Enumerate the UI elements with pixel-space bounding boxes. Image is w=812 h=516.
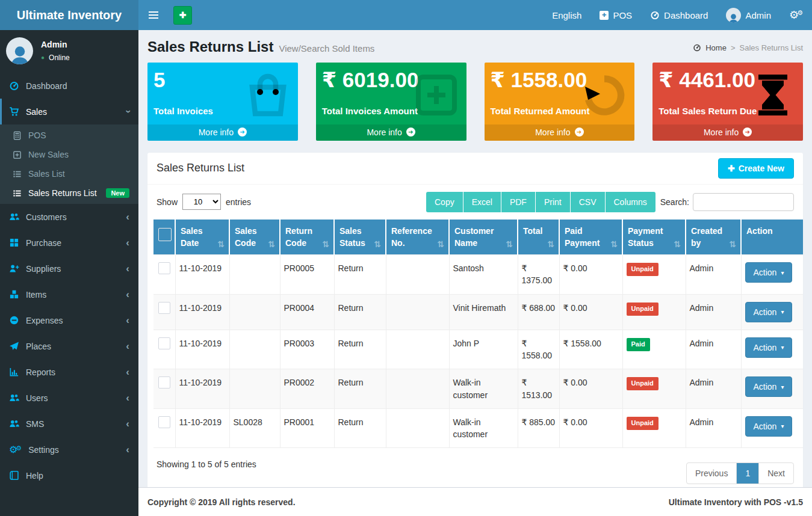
table-row: 11-10-2019 PR0005 Return Santosh ₹ 1375.… (153, 255, 803, 295)
list-icon (13, 170, 22, 179)
quick-add-button[interactable]: ✚ (173, 6, 192, 25)
sidebar-item-settings[interactable]: ⚙⚙ Settings ‹ (0, 437, 138, 462)
table-summary: Showing 1 to 5 of 5 entries (157, 458, 256, 469)
cell-sales-code (229, 255, 280, 295)
sidebar-item-expenses[interactable]: Expenses ‹ (0, 307, 138, 333)
chevron-left-icon: ‹ (126, 212, 129, 222)
more-info-link[interactable]: More info ➜ (485, 124, 635, 141)
column-sales-code[interactable]: Sales Code⇅ (229, 220, 280, 255)
row-action-button[interactable]: Action ▾ (745, 337, 793, 358)
column-action: Action (741, 220, 803, 255)
arrow-right-circle-icon: ➜ (406, 127, 415, 137)
nav-user-menu[interactable]: Admin (717, 0, 780, 30)
more-info-link[interactable]: More info ➜ (147, 124, 298, 141)
cell-sales-date: 11-10-2019 (175, 408, 229, 448)
row-action-button[interactable]: Action ▾ (745, 302, 793, 322)
row-action-button[interactable]: Action ▾ (745, 376, 793, 397)
list-icon (13, 189, 22, 198)
sort-icon: ⇅ (729, 239, 736, 249)
pagination-previous[interactable]: Previous (687, 463, 736, 484)
page-length-select[interactable]: 10 (182, 194, 221, 210)
excel-button[interactable]: Excel (463, 192, 501, 212)
cell-paid-payment: ₹ 0.00 (559, 408, 622, 448)
select-all-header (153, 220, 175, 255)
pdf-button[interactable]: PDF (501, 192, 536, 212)
sidebar-item-suppliers[interactable]: Suppliers ‹ (0, 256, 138, 281)
row-action-button[interactable]: Action ▾ (745, 262, 793, 283)
column-sales-date[interactable]: Sales Date⇅ (175, 220, 229, 255)
column-paid-payment[interactable]: Paid Payment⇅ (559, 220, 622, 255)
row-checkbox[interactable] (158, 302, 170, 314)
more-info-link[interactable]: More info ➜ (316, 124, 466, 141)
create-new-button[interactable]: ✚ Create New (718, 158, 794, 179)
sidebar-item-sales-returns-list[interactable]: Sales Returns List New (0, 183, 138, 203)
sidebar-item-purchase[interactable]: Purchase ‹ (0, 230, 138, 256)
sidebar-item-customers[interactable]: Customers ‹ (0, 204, 138, 230)
cell-paid-payment: ₹ 0.00 (559, 294, 622, 330)
page-subtitle: View/Search Sold Items (279, 43, 374, 54)
payment-status-badge: Paid (627, 338, 650, 351)
cell-return-code: PR0002 (280, 369, 334, 409)
sidebar-item-places[interactable]: Places ‹ (0, 333, 138, 359)
column-payment-status[interactable]: Payment Status⇅ (622, 220, 686, 255)
cell-total: ₹ 885.00 (518, 408, 559, 448)
cell-sales-code: SL0028 (229, 408, 280, 448)
column-sales-status[interactable]: Sales Status⇅ (334, 220, 386, 255)
pagination-next[interactable]: Next (758, 463, 793, 484)
pagination-page-1[interactable]: 1 (736, 463, 758, 484)
sidebar-item-reports[interactable]: Reports ‹ (0, 359, 138, 385)
cell-total: ₹ 1375.00 (518, 255, 559, 295)
row-action-button[interactable]: Action ▾ (745, 416, 793, 437)
column-reference-no[interactable]: Reference No.⇅ (386, 220, 449, 255)
print-button[interactable]: Print (536, 192, 571, 212)
copy-button[interactable]: Copy (426, 192, 463, 212)
arrow-right-circle-icon: ➜ (238, 127, 247, 137)
nav-language[interactable]: English (543, 0, 590, 30)
nav-dashboard[interactable]: Dashboard (641, 0, 717, 30)
sidebar-item-pos[interactable]: POS (0, 126, 138, 145)
search-label: Search: (660, 197, 689, 207)
columns-button[interactable]: Columns (606, 192, 655, 212)
column-created-by[interactable]: Created by⇅ (686, 220, 741, 255)
nav-settings[interactable]: ⚙⚙ (780, 0, 812, 30)
column-total[interactable]: Total⇅ (518, 220, 559, 255)
column-return-code[interactable]: Return Code⇅ (280, 220, 334, 255)
row-checkbox[interactable] (158, 337, 170, 349)
row-checkbox[interactable] (158, 376, 170, 389)
copyright-text: Copyright © 2019 All rights reserved. (147, 497, 296, 507)
select-all-checkbox[interactable] (158, 228, 172, 241)
content-area: Sales Returns List View/Search Sold Item… (138, 30, 812, 487)
sidebar-item-sales-list[interactable]: Sales List (0, 164, 138, 183)
page-title: Sales Returns List (147, 38, 273, 55)
sidebar-item-dashboard[interactable]: Dashboard (0, 73, 138, 99)
sidebar-item-sales[interactable]: Sales ‹ (0, 99, 138, 124)
row-checkbox[interactable] (158, 416, 170, 428)
breadcrumb-home[interactable]: Home (705, 43, 727, 52)
cell-sales-code (229, 294, 280, 330)
caret-down-icon: ▾ (781, 344, 784, 351)
cell-sales-status: Return (334, 255, 386, 295)
brand-logo[interactable]: Ultimate Inventory (0, 0, 138, 30)
more-info-link[interactable]: More info ➜ (652, 124, 803, 141)
undo-icon (580, 71, 628, 119)
sidebar-item-sms[interactable]: SMS ‹ (0, 411, 138, 437)
sidebar-item-items[interactable]: Items ‹ (0, 281, 138, 307)
sidebar-item-help[interactable]: Help (0, 462, 138, 488)
column-customer-name[interactable]: Customer Name⇅ (449, 220, 518, 255)
cell-total: ₹ 1513.00 (518, 369, 559, 409)
pagination: Previous 1 Next (686, 462, 794, 484)
search-input[interactable] (693, 193, 794, 211)
row-checkbox[interactable] (158, 262, 170, 274)
cell-customer-name: Walk-in customer (449, 369, 518, 409)
sort-icon: ⇅ (437, 239, 444, 249)
csv-button[interactable]: CSV (571, 192, 606, 212)
cell-customer-name: John P (449, 330, 518, 369)
cell-payment-status: Unpaid (622, 294, 686, 330)
sidebar-item-new-sales[interactable]: New Sales (0, 145, 138, 164)
cell-created-by: Admin (686, 255, 741, 295)
dashboard-icon (9, 81, 19, 91)
nav-pos[interactable]: ✚ POS (590, 0, 641, 30)
sidebar-item-users[interactable]: Users ‹ (0, 385, 138, 411)
users-icon (9, 212, 19, 222)
sidebar-toggle-button[interactable] (138, 0, 169, 30)
